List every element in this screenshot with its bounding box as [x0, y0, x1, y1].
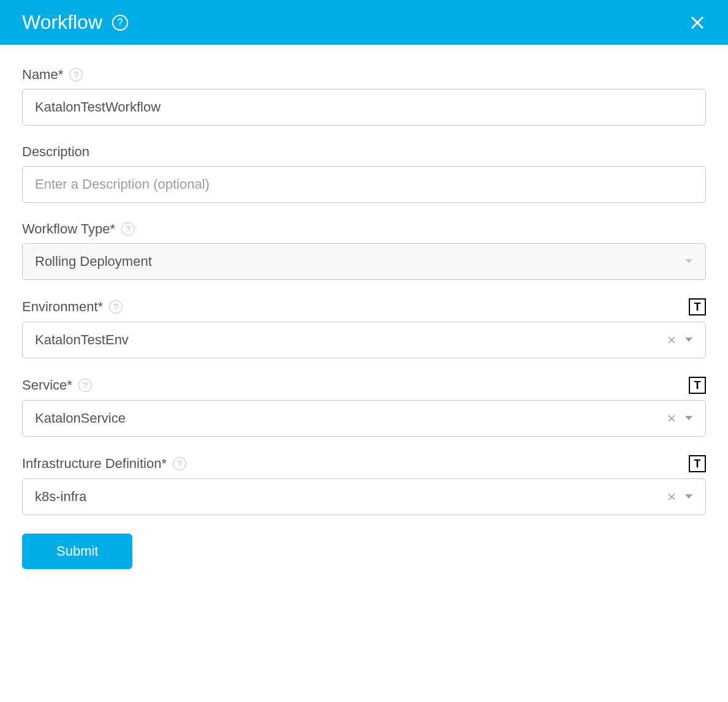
chevron-down-icon: [684, 337, 693, 343]
help-icon[interactable]: ?: [121, 222, 135, 236]
name-field-group: Name* ?: [22, 67, 706, 126]
dialog-header: Workflow ?: [0, 0, 728, 45]
help-icon[interactable]: ?: [112, 15, 128, 31]
help-icon[interactable]: ?: [69, 68, 83, 81]
workflow-type-select[interactable]: Rolling Deployment: [22, 243, 706, 280]
service-field-group: Service* ? T KatalonService: [22, 377, 706, 437]
workflow-type-field-group: Workflow Type* ? Rolling Deployment: [22, 221, 706, 280]
dialog-title: Workflow: [22, 11, 102, 34]
description-field-group: Description: [22, 144, 706, 203]
environment-select[interactable]: KatalonTestEnv: [22, 322, 706, 358]
environment-value: KatalonTestEnv: [35, 332, 129, 348]
clear-icon[interactable]: [667, 414, 676, 423]
name-label: Name* ?: [22, 67, 83, 83]
service-select[interactable]: KatalonService: [22, 400, 706, 437]
template-icon[interactable]: T: [689, 455, 706, 472]
help-icon[interactable]: ?: [173, 457, 186, 470]
close-button[interactable]: [689, 14, 706, 31]
description-label: Description: [22, 144, 89, 160]
template-icon[interactable]: T: [689, 377, 706, 394]
service-value: KatalonService: [35, 410, 126, 426]
help-icon[interactable]: ?: [109, 300, 123, 314]
infrastructure-field-group: Infrastructure Definition* ? T k8s-infra: [22, 455, 706, 515]
clear-icon[interactable]: [667, 336, 676, 344]
infrastructure-select[interactable]: k8s-infra: [22, 478, 706, 515]
chevron-down-icon: [684, 494, 693, 500]
workflow-type-value: Rolling Deployment: [35, 254, 152, 270]
description-input[interactable]: [22, 166, 706, 203]
environment-field-group: Environment* ? T KatalonTestEnv: [22, 298, 706, 358]
dialog-body: Name* ? Description Workflow Type* ?: [0, 45, 728, 591]
dialog-title-container: Workflow ?: [22, 11, 128, 34]
workflow-type-label: Workflow Type* ?: [22, 221, 135, 237]
chevron-down-icon: [684, 259, 693, 265]
clear-icon[interactable]: [667, 493, 676, 501]
infrastructure-value: k8s-infra: [35, 489, 86, 505]
name-input[interactable]: [22, 89, 706, 126]
chevron-down-icon: [684, 415, 693, 421]
infrastructure-label: Infrastructure Definition* ?: [22, 456, 186, 472]
service-label: Service* ?: [22, 377, 92, 393]
environment-label: Environment* ?: [22, 299, 123, 315]
workflow-dialog: Workflow ? Name* ? Description: [0, 0, 728, 591]
close-icon: [689, 14, 706, 31]
submit-button[interactable]: Submit: [22, 534, 132, 569]
template-icon[interactable]: T: [689, 298, 706, 315]
help-icon[interactable]: ?: [78, 379, 92, 392]
